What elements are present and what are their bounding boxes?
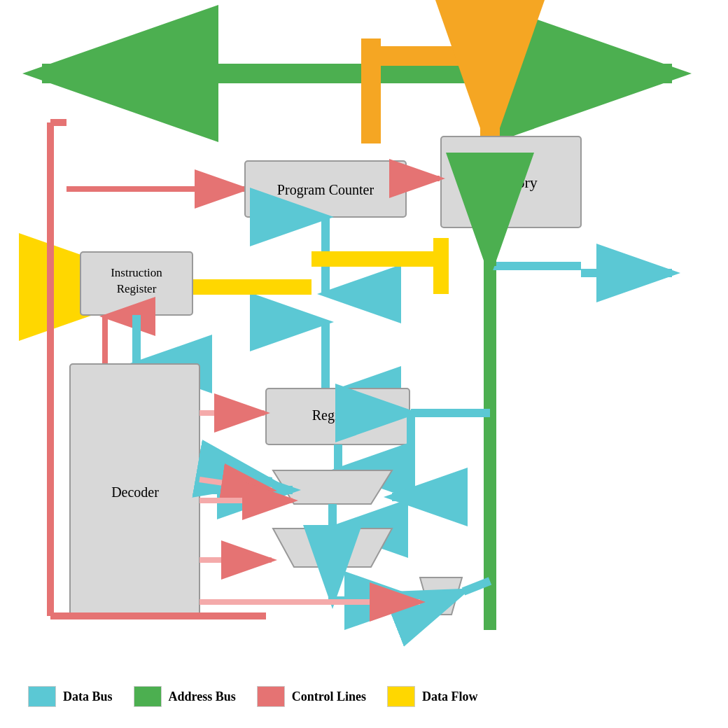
ir-label1: Instruction: [111, 266, 162, 279]
program-counter-label: Program Counter: [277, 182, 374, 198]
data-bus-label: Data Bus: [63, 690, 113, 704]
legend-data-bus: Data Bus: [28, 686, 113, 707]
architecture-svg: Program Counter Memory Instruction Regis…: [0, 0, 728, 728]
legend-address-bus: Address Bus: [134, 686, 236, 707]
address-bus-label: Address Bus: [169, 690, 236, 704]
memory-label: Memory: [484, 174, 538, 191]
registers-label: Registers: [312, 407, 365, 424]
legend-control-lines: Control Lines: [257, 686, 366, 707]
alu-label: ALU: [320, 542, 346, 556]
control-lines-label: Control Lines: [292, 690, 366, 704]
data-bus-color: [28, 686, 56, 707]
ir-label2: Register: [117, 282, 157, 295]
legend: Data Bus Address Bus Control Lines Data …: [28, 686, 477, 707]
diagram-container: Program Counter Memory Instruction Regis…: [0, 0, 728, 728]
output-mux: [420, 578, 462, 615]
decoder-label: Decoder: [111, 484, 159, 500]
legend-data-flow: Data Flow: [387, 686, 478, 707]
control-lines-color: [257, 686, 285, 707]
address-bus-color: [134, 686, 162, 707]
data-flow-label: Data Flow: [422, 690, 478, 704]
data-flow-color: [387, 686, 415, 707]
